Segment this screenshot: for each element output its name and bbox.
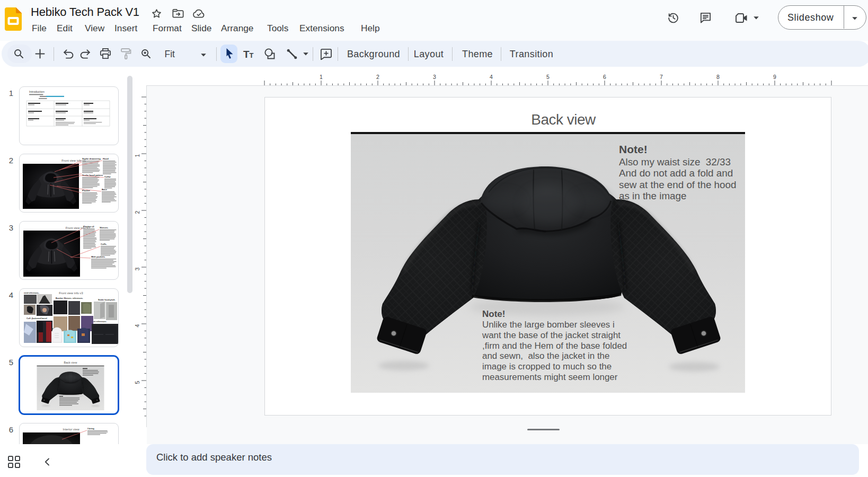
svg-text:1: 1: [135, 154, 140, 157]
svg-text:Introduction: Introduction: [29, 90, 45, 93]
svg-text:2: 2: [135, 210, 140, 214]
svg-text:Snake hood pattern: Snake hood pattern: [82, 174, 103, 176]
svg-text:Front view info v3: Front view info v3: [59, 292, 83, 295]
svg-text:Welt pockets.: Welt pockets.: [91, 255, 105, 258]
svg-text:Bomber Sleeves. references.: Bomber Sleeves. references.: [56, 297, 83, 299]
svg-text:6: 6: [603, 74, 606, 80]
svg-text:5: 5: [135, 381, 140, 384]
svg-text:Snake drawstring: Snake drawstring: [82, 157, 101, 160]
svg-text:8: 8: [716, 74, 720, 80]
svg-text:Collar: Collar: [104, 175, 111, 178]
svg-text:Hood: Hood: [103, 157, 109, 160]
svg-text:Placket v2: Placket v2: [83, 225, 94, 228]
svg-text:4: 4: [135, 324, 140, 327]
svg-text:1: 1: [320, 74, 323, 80]
svg-text:Snake hood.pitch.: Snake hood.pitch.: [98, 299, 116, 301]
svg-text:Cuffs.: Cuffs.: [101, 243, 107, 245]
svg-text:I bring: I bring: [87, 427, 94, 430]
svg-text:5: 5: [546, 74, 550, 80]
svg-text:Interior view: Interior view: [63, 428, 79, 431]
svg-text:Back view: Back view: [64, 361, 77, 364]
svg-text:9: 9: [773, 74, 776, 80]
svg-text:Sleeves.: Sleeves.: [100, 226, 109, 229]
svg-text:4: 4: [490, 74, 493, 80]
svg-text:Base: Base: [102, 188, 108, 191]
svg-text:7: 7: [660, 74, 663, 80]
svg-text:3: 3: [135, 267, 140, 270]
svg-text:need references..: need references..: [24, 292, 40, 294]
svg-text:2: 2: [376, 74, 379, 80]
svg-text:3: 3: [433, 74, 436, 80]
svg-text:Cuff..(buttoned barrel: Cuff..(buttoned barrel: [26, 317, 47, 320]
